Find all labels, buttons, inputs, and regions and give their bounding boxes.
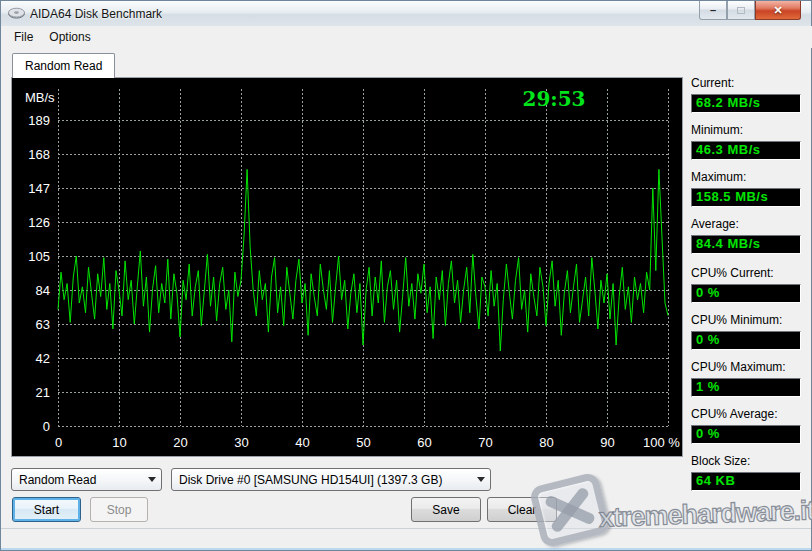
stat-value: 0 %: [691, 331, 801, 350]
stat-value: 158.5 MB/s: [691, 188, 801, 207]
start-button[interactable]: Start: [12, 497, 81, 522]
stat-label: Minimum:: [691, 123, 803, 137]
stat-label: CPU% Current:: [691, 266, 803, 280]
clear-button[interactable]: Clear: [487, 497, 557, 522]
benchmark-type-value: Random Read: [19, 473, 96, 487]
menu-file[interactable]: File: [6, 27, 41, 47]
svg-text:84: 84: [36, 283, 50, 298]
benchmark-chart: 1891681471261058463422100102030405060708…: [11, 77, 683, 457]
stat-value: 84.4 MB/s: [691, 235, 801, 254]
svg-text:90: 90: [600, 435, 614, 450]
app-window: AIDA64 Disk Benchmark – ✕ File Options R…: [0, 0, 812, 551]
svg-text:30: 30: [234, 435, 248, 450]
benchmark-type-select[interactable]: Random Read: [11, 468, 162, 491]
stat-label: CPU% Minimum:: [691, 313, 803, 327]
stat-value: 0 %: [691, 425, 801, 444]
menu-options[interactable]: Options: [41, 27, 98, 47]
benchmark-chart-svg: 1891681471261058463422100102030405060708…: [12, 78, 682, 456]
stat-value: 64 KB: [691, 472, 801, 491]
tab-random-read[interactable]: Random Read: [12, 53, 115, 78]
svg-text:80: 80: [539, 435, 553, 450]
stat-value: 68.2 MB/s: [691, 94, 801, 113]
svg-text:21: 21: [36, 385, 50, 400]
svg-text:63: 63: [36, 317, 50, 332]
stat-cpu-average: CPU% Average: 0 %: [691, 407, 803, 444]
svg-text:0: 0: [43, 419, 50, 434]
stat-cpu-current: CPU% Current: 0 %: [691, 266, 803, 303]
window-title: AIDA64 Disk Benchmark: [30, 7, 162, 21]
svg-text:20: 20: [173, 435, 187, 450]
chevron-down-icon: [477, 477, 485, 482]
svg-text:147: 147: [28, 181, 50, 196]
status-bar: [1, 528, 811, 548]
maximize-button: [727, 1, 755, 20]
svg-text:MB/s: MB/s: [25, 90, 55, 105]
drive-select[interactable]: Disk Drive #0 [SAMSUNG HD154UI] (1397.3 …: [171, 468, 491, 491]
minimize-button[interactable]: –: [699, 1, 727, 20]
stat-value: 1 %: [691, 378, 801, 397]
svg-text:42: 42: [36, 351, 50, 366]
stat-maximum: Maximum: 158.5 MB/s: [691, 170, 803, 207]
stat-label: CPU% Average:: [691, 407, 803, 421]
stat-label: Block Size:: [691, 454, 803, 468]
stop-button[interactable]: Stop: [90, 497, 148, 522]
stats-panel: Current: 68.2 MB/s Minimum: 46.3 MB/s Ma…: [691, 76, 803, 501]
svg-text:10: 10: [112, 435, 126, 450]
svg-text:100 %: 100 %: [643, 435, 680, 450]
svg-text:50: 50: [356, 435, 370, 450]
svg-text:29:53: 29:53: [522, 87, 585, 111]
stat-label: Average:: [691, 217, 803, 231]
svg-text:40: 40: [295, 435, 309, 450]
svg-text:60: 60: [417, 435, 431, 450]
stat-current: Current: 68.2 MB/s: [691, 76, 803, 113]
svg-text:70: 70: [478, 435, 492, 450]
stat-block-size: Block Size: 64 KB: [691, 454, 803, 491]
stat-label: CPU% Maximum:: [691, 360, 803, 374]
svg-text:105: 105: [28, 249, 50, 264]
chevron-down-icon: [148, 477, 156, 482]
stat-label: Maximum:: [691, 170, 803, 184]
stat-minimum: Minimum: 46.3 MB/s: [691, 123, 803, 160]
svg-text:126: 126: [28, 215, 50, 230]
stat-value: 46.3 MB/s: [691, 141, 801, 160]
disk-icon: [8, 7, 25, 20]
drive-select-value: Disk Drive #0 [SAMSUNG HD154UI] (1397.3 …: [179, 473, 442, 487]
svg-text:0: 0: [55, 435, 62, 450]
stat-label: Current:: [691, 76, 803, 90]
stat-average: Average: 84.4 MB/s: [691, 217, 803, 254]
save-button[interactable]: Save: [411, 497, 481, 522]
stat-value: 0 %: [691, 284, 801, 303]
svg-text:189: 189: [28, 113, 50, 128]
menu-bar: File Options: [2, 26, 812, 48]
title-bar: AIDA64 Disk Benchmark – ✕: [1, 1, 811, 26]
stat-cpu-maximum: CPU% Maximum: 1 %: [691, 360, 803, 397]
stat-cpu-minimum: CPU% Minimum: 0 %: [691, 313, 803, 350]
svg-text:168: 168: [28, 147, 50, 162]
close-button[interactable]: ✕: [755, 1, 801, 20]
maximize-icon: [737, 7, 745, 14]
